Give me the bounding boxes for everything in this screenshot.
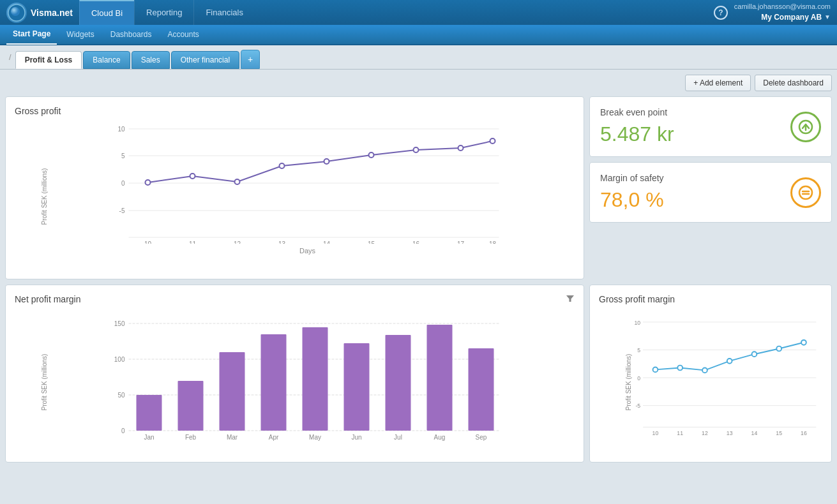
- right-panel: Break even point 5.487 kr Margin of safe…: [589, 96, 832, 279]
- tab-other-financial[interactable]: Other financial: [171, 51, 239, 69]
- svg-point-27: [458, 145, 464, 151]
- svg-marker-34: [566, 295, 574, 302]
- svg-point-23: [280, 163, 285, 168]
- sec-nav-widgets[interactable]: Widgets: [60, 24, 100, 45]
- svg-rect-46: [261, 334, 287, 431]
- svg-text:100: 100: [114, 356, 125, 363]
- svg-text:10: 10: [117, 126, 125, 133]
- svg-point-25: [369, 152, 374, 158]
- top-nav-tab-cloud-bi[interactable]: Cloud Bi: [79, 0, 134, 25]
- sec-nav-start-page[interactable]: Start Page: [6, 24, 57, 45]
- margin-safety-title: Margin of safety: [600, 173, 664, 183]
- svg-rect-45: [220, 352, 245, 431]
- net-profit-y-label: Profit SEK (millions): [41, 353, 48, 410]
- top-nav-tab-financials[interactable]: Financials: [193, 0, 255, 25]
- svg-text:13: 13: [727, 430, 733, 436]
- delete-dashboard-button[interactable]: Delete dashboard: [755, 75, 832, 91]
- net-profit-title: Net profit margin: [15, 294, 575, 304]
- gross-profit-margin-title: Gross profit margin: [599, 294, 822, 304]
- svg-text:Apr: Apr: [269, 434, 279, 441]
- user-email: camilla.johansson@visma.com: [734, 2, 831, 11]
- svg-point-22: [235, 179, 240, 184]
- margin-safety-widget: Margin of safety 78,0 %: [589, 162, 832, 223]
- tab-profit-loss[interactable]: Profit & Loss: [15, 51, 82, 69]
- gross-profit-widget: Gross profit Profit SEK (millions) 10 5 …: [5, 96, 584, 279]
- main-content: + Add element Delete dashboard Gross pro…: [0, 70, 837, 504]
- svg-point-77: [653, 367, 658, 373]
- toolbar: + Add element Delete dashboard: [5, 75, 832, 91]
- svg-point-1: [11, 7, 20, 16]
- svg-rect-44: [178, 381, 204, 431]
- user-info[interactable]: camilla.johansson@visma.com My Company A…: [734, 2, 831, 22]
- svg-text:10: 10: [144, 241, 152, 244]
- svg-text:Jan: Jan: [144, 434, 154, 441]
- svg-text:14: 14: [751, 430, 758, 436]
- svg-text:Jun: Jun: [351, 434, 361, 441]
- svg-text:11: 11: [677, 430, 683, 436]
- break-even-widget: Break even point 5.487 kr: [589, 96, 832, 157]
- help-button[interactable]: ?: [714, 6, 728, 20]
- svg-rect-50: [427, 325, 453, 431]
- sec-nav-dashboards[interactable]: Dashboards: [104, 24, 158, 45]
- svg-text:Jul: Jul: [394, 434, 402, 441]
- tab-add-button[interactable]: +: [241, 50, 260, 69]
- dashboard-grid: Gross profit Profit SEK (millions) 10 5 …: [5, 96, 832, 463]
- svg-text:12: 12: [702, 430, 708, 436]
- svg-text:16: 16: [801, 430, 807, 436]
- svg-point-20: [146, 180, 151, 185]
- svg-text:Mar: Mar: [227, 434, 238, 441]
- svg-text:0: 0: [121, 180, 125, 187]
- gross-profit-x-label: Days: [40, 247, 575, 255]
- logo-text: Visma.net: [31, 8, 73, 18]
- svg-point-82: [776, 346, 781, 352]
- svg-point-21: [190, 174, 195, 179]
- break-even-value: 5.487 kr: [600, 122, 674, 146]
- gross-profit-margin-chart: 10 5 0 -5 10 11 12 13 14 15 16: [624, 311, 822, 445]
- svg-text:13: 13: [278, 241, 286, 244]
- svg-rect-49: [386, 335, 411, 431]
- svg-text:May: May: [309, 434, 321, 441]
- svg-text:10: 10: [652, 430, 659, 436]
- gross-profit-margin-widget: Gross profit margin Profit SEK (millions…: [589, 285, 832, 463]
- svg-text:10: 10: [635, 320, 641, 326]
- svg-text:Sep: Sep: [476, 434, 487, 441]
- svg-text:Feb: Feb: [185, 434, 197, 441]
- tab-balance[interactable]: Balance: [83, 51, 130, 69]
- svg-text:5: 5: [121, 152, 125, 159]
- svg-rect-43: [137, 395, 162, 431]
- gross-profit-title: Gross profit: [15, 106, 575, 116]
- user-company: My Company AB: [761, 12, 822, 23]
- gross-profit-y-label: Profit SEK (millions): [41, 168, 48, 225]
- sec-nav-accounts[interactable]: Accounts: [161, 24, 205, 45]
- top-nav-tab-reporting[interactable]: Reporting: [134, 0, 193, 25]
- gross-profit-chart: 10 5 0 -5 10 11 12 13 14 15 16 17 18: [40, 122, 575, 244]
- margin-safety-value: 78,0 %: [600, 188, 664, 212]
- svg-text:16: 16: [412, 241, 420, 244]
- tab-bar: / Profit & Loss Balance Sales Other fina…: [0, 45, 837, 70]
- svg-point-24: [324, 159, 329, 164]
- svg-text:-5: -5: [119, 207, 125, 214]
- net-profit-chart: 150 100 50 0: [40, 311, 575, 445]
- svg-point-78: [677, 366, 682, 371]
- svg-point-81: [752, 352, 757, 357]
- svg-point-79: [702, 368, 707, 373]
- svg-text:18: 18: [489, 241, 497, 244]
- logo-area[interactable]: Visma.net: [6, 3, 73, 23]
- filter-icon[interactable]: [566, 294, 575, 306]
- svg-text:50: 50: [117, 392, 125, 399]
- svg-rect-47: [303, 327, 328, 431]
- top-bar: Visma.net Cloud Bi Reporting Financials …: [0, 0, 837, 25]
- svg-text:15: 15: [776, 430, 782, 436]
- svg-text:12: 12: [234, 241, 241, 244]
- gpm-y-label: Profit SEK (millions): [625, 353, 632, 410]
- svg-text:0: 0: [637, 375, 640, 382]
- svg-text:0: 0: [121, 427, 125, 434]
- add-element-button[interactable]: + Add element: [685, 75, 751, 91]
- top-bar-right: ? camilla.johansson@visma.com My Company…: [714, 2, 831, 22]
- net-profit-margin-widget: Net profit margin Profit SEK (millions) …: [5, 285, 584, 463]
- break-even-icon: [790, 112, 821, 142]
- svg-point-28: [490, 138, 495, 144]
- svg-rect-51: [469, 348, 494, 431]
- svg-text:15: 15: [368, 241, 375, 244]
- tab-sales[interactable]: Sales: [132, 51, 170, 69]
